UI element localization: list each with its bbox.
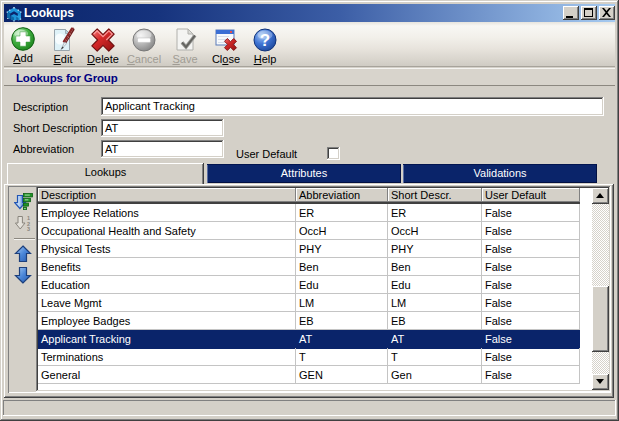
svg-text:?: ? xyxy=(260,31,270,50)
svg-text:3: 3 xyxy=(27,226,30,231)
